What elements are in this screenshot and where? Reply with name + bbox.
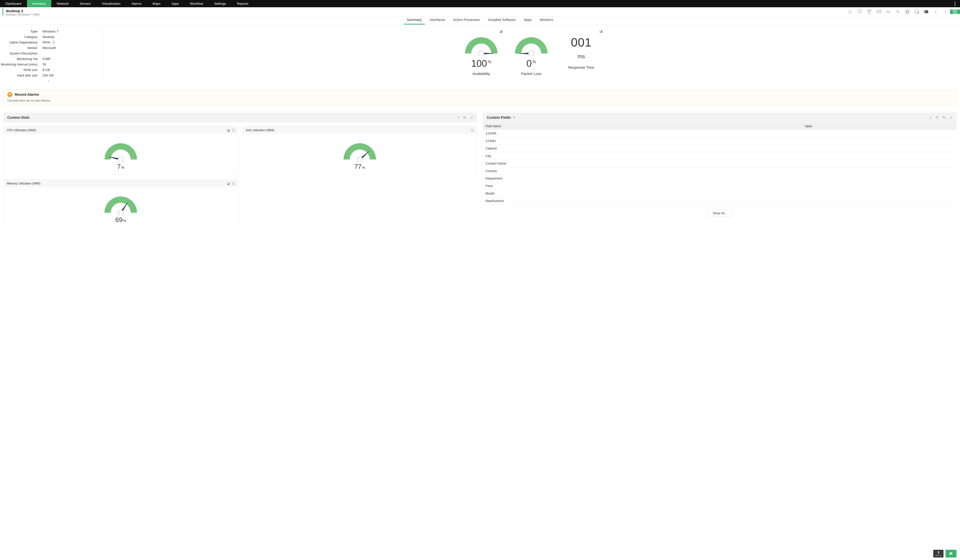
table-row[interactable]: Cabinet [483,145,957,152]
table-row[interactable]: Floor [483,182,957,190]
kebab-icon [955,2,955,6]
tabs: SummaryInterfacesActive ProcessesInstall… [0,16,960,25]
availability-gauge [462,34,500,56]
nav-spacer [254,0,950,7]
table-row[interactable]: NewNumeric [483,197,957,205]
threshold-icon[interactable]: ◪ [599,29,603,33]
dial-title: CPU Utilization (WMI) [7,128,36,132]
expand-dials-button[interactable]: ⤢ [470,115,473,120]
response-time-label: Response Time [560,65,603,69]
threshold-icon[interactable]: ◪ [227,181,230,185]
dial-gauge [102,139,139,162]
expand-fields-button[interactable]: ⤢ [950,115,953,120]
tab-installed-software[interactable]: Installed Software [485,16,519,24]
hamburger-icon [953,10,957,14]
threshold-icon[interactable]: ◪ [227,128,230,132]
prev-arrow[interactable] [931,7,941,16]
nav-item-servers[interactable]: Servers [74,0,96,7]
svg-rect-3 [867,10,869,11]
property-label: Monitoring Via [0,57,43,61]
nav-item-alarms[interactable]: Alarms [126,0,147,7]
chart-icon[interactable]: ◫ [471,128,474,132]
tab-summary[interactable]: Summary [404,16,425,24]
chart-icon[interactable]: ◫ [232,181,235,185]
nav-item-dashboard[interactable]: Dashboard [0,0,27,7]
svg-rect-4 [870,10,871,11]
globe-icon[interactable] [902,7,912,16]
terminal-icon[interactable] [922,7,931,16]
chart-icon[interactable] [845,7,855,16]
nav-item-maps[interactable]: Maps [147,0,166,7]
dial-title: Disk Utilization (WMI) [246,128,275,132]
property-label: Uplink Dependency [0,40,43,44]
property-value: 250 GB [43,74,53,77]
response-time-value: 001 [560,35,603,49]
refresh-dials-button[interactable]: ↻ [463,115,466,120]
cf-value [802,145,957,152]
property-label: Hard disk size [0,74,43,77]
svg-point-24 [357,157,363,162]
nav-item-inventory[interactable]: Inventory [27,0,51,7]
property-row: VendorMicrosoft [0,45,97,51]
packet-loss-unit: % [533,60,536,64]
threshold-icon[interactable]: ◪ [499,29,502,33]
tab-interfaces[interactable]: Interfaces [427,16,448,24]
table-row[interactable]: Department [483,175,957,182]
help-icon[interactable]: ? [52,41,55,44]
recent-alarms-body: Currently there are no open Alarms. [7,99,953,102]
cf-name: 123Skt [483,137,802,145]
cf-name: Department [483,175,802,182]
link-icon[interactable] [883,7,893,16]
device-title-block: desktop 2 Desktop | Windows 7 | WMI [3,8,42,16]
chart-icon[interactable]: ◫ [232,128,235,132]
activity-icon[interactable] [893,7,902,16]
nav-item-virtualization[interactable]: Virtualization [96,0,126,7]
kpi-row: ◪ 100% Availability 0% Packet Loss ◪ 001… [102,27,960,84]
nav-item-apps[interactable]: Apps [166,0,184,7]
table-row[interactable]: City [483,152,957,160]
show-all-button[interactable]: Show All... [707,210,732,217]
monitor-off-icon[interactable] [912,7,922,16]
help-icon[interactable]: ? [512,116,516,119]
nav-item-reports[interactable]: Reports [232,0,254,7]
nav-item-settings[interactable]: Settings [209,0,232,7]
tab-monitors[interactable]: Monitors [537,16,556,24]
cf-header-value: Value [802,123,957,130]
cf-name: City [483,152,802,160]
next-arrow[interactable] [941,7,950,16]
property-label: Category [0,35,43,39]
property-row: System Description [0,51,97,56]
hamburger-menu-button[interactable] [950,10,960,14]
custom-fields-table: Field Name Value 123435123SktCabinetCity… [483,123,957,205]
workflow-icon[interactable] [864,7,874,16]
dial-gauge [341,139,379,162]
device-breadcrumb: Desktop | Windows 7 | WMI [6,13,40,16]
add-dial-button[interactable]: + [457,115,459,120]
cf-name: Contact Name [483,160,802,167]
expand-properties-button[interactable]: ▾ [0,79,97,83]
property-row: RAM size8 GB [0,67,97,72]
table-row[interactable]: Model [483,190,957,197]
cf-value [802,130,957,137]
mail-icon[interactable] [874,7,883,16]
dial-body: 69% [4,187,238,228]
nav-item-network[interactable]: Network [51,0,74,7]
dial-value: 77% [245,163,474,171]
tab-apps[interactable]: Apps [521,16,535,24]
table-row[interactable]: Country [483,167,957,175]
cf-value [802,152,957,160]
availability-value: 100 [471,58,487,69]
refresh-fields-button[interactable]: ↻ [943,115,946,120]
alarm-bell-icon[interactable] [855,7,864,16]
property-value: 8 GB [43,68,50,72]
nav-item-workflow[interactable]: Workflow [184,0,209,7]
more-menu-button[interactable] [950,0,960,7]
cf-value [802,197,957,205]
tab-active-processes[interactable]: Active Processes [450,16,483,24]
table-row[interactable]: Contact Name [483,160,957,167]
table-row[interactable]: 123435 [483,130,957,137]
cards-row: Custom Dials + ↻ ⤢ CPU Utilization (WMI)… [3,113,957,228]
edit-fields-button[interactable]: ✎ [936,115,939,120]
table-row[interactable]: 123Skt [483,137,957,145]
add-field-button[interactable]: + [930,115,932,120]
